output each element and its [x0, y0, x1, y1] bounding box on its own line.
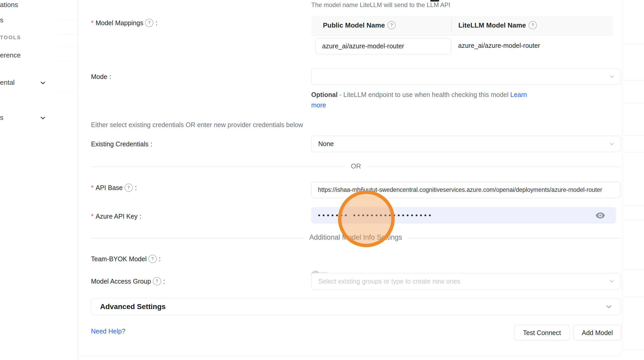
azure-api-key-field: [311, 207, 616, 224]
advanced-settings-toggle[interactable]: Advanced Settings: [91, 298, 620, 315]
model-mappings-table-header: Public Model Name ? LiteLLM Model Name ?: [311, 16, 613, 35]
public-model-name-field: [316, 38, 451, 54]
team-byok-label: Team-BYOK Model ? :: [91, 255, 161, 263]
or-divider-text: OR: [345, 162, 367, 170]
chevron-down-icon: [609, 74, 615, 80]
public-model-name-header: Public Model Name ?: [323, 16, 396, 35]
existing-credentials-select[interactable]: None: [311, 136, 620, 152]
required-mark: *: [91, 213, 94, 220]
chevron-down-icon: [609, 278, 615, 284]
mode-label: Mode :: [91, 73, 111, 81]
existing-credentials-label: Existing Credentials :: [91, 140, 152, 148]
additional-divider-line-right: [408, 238, 620, 239]
sidebar-item-s1[interactable]: s: [0, 16, 3, 24]
chevron-down-icon: [40, 80, 46, 88]
help-icon[interactable]: ?: [387, 21, 396, 29]
model-name-hint: The model name LiteLLM will send to the …: [311, 1, 450, 9]
help-icon[interactable]: ?: [148, 255, 157, 263]
model-access-group-select[interactable]: Select existing groups or type to create…: [311, 273, 620, 290]
eye-icon[interactable]: [595, 212, 606, 219]
test-connect-button[interactable]: Test Connect: [514, 325, 570, 341]
sidebar-item-label: erence: [0, 51, 21, 59]
sidebar-item-s2[interactable]: s: [0, 114, 3, 122]
sidebar-item-label: s: [0, 16, 3, 24]
sidebar-item-label: ations: [0, 1, 18, 9]
mode-select[interactable]: [311, 68, 620, 85]
learn-more-link[interactable]: Learn: [510, 91, 527, 98]
chevron-down-icon: [605, 303, 613, 311]
azure-api-key-label: * Azure API Key :: [91, 213, 141, 220]
help-icon[interactable]: ?: [145, 19, 153, 27]
required-mark: *: [91, 184, 94, 192]
additional-divider-line-left: [91, 238, 304, 239]
additional-divider-text: Additional Model Info Settings: [304, 233, 408, 241]
sidebar-item-label: s: [0, 114, 3, 122]
sidebar-item-erence[interactable]: erence: [0, 51, 21, 59]
credentials-hint: Either select existing credentials OR en…: [91, 121, 303, 129]
sidebar-item-ental[interactable]: ental: [0, 78, 15, 87]
learn-more-link[interactable]: more: [311, 101, 326, 109]
help-icon[interactable]: ?: [125, 184, 133, 192]
or-divider-line-left: [91, 166, 345, 167]
help-icon[interactable]: ?: [529, 21, 537, 29]
mode-help-text: Optional - LiteLLM endpoint to use when …: [311, 89, 545, 110]
model-access-group-label: Model Access Group ? :: [91, 277, 165, 285]
model-mappings-label: * Model Mappings ? :: [91, 19, 157, 27]
litellm-model-name-value: azure_ai/azure-model-router: [458, 42, 540, 49]
chevron-down-icon: [609, 141, 615, 147]
help-icon[interactable]: ?: [153, 277, 161, 285]
chevron-down-icon: [40, 115, 46, 123]
sidebar-divider: [78, 0, 78, 360]
advanced-settings-label: Advanced Settings: [100, 303, 166, 311]
need-help-link[interactable]: Need Help?: [91, 328, 125, 335]
litellm-model-name-header: LiteLLM Model Name ?: [458, 16, 537, 35]
add-model-button[interactable]: Add Model: [574, 325, 621, 341]
api-base-field: [311, 182, 620, 198]
api-base-label: * API Base ? :: [91, 184, 137, 192]
header-column-divider: [451, 19, 452, 32]
public-model-name-input[interactable]: [316, 42, 451, 50]
api-base-input[interactable]: [311, 186, 620, 193]
sidebar-item-ations[interactable]: ations: [0, 1, 18, 9]
model-access-group-placeholder: Select existing groups or type to create…: [318, 278, 460, 285]
azure-api-key-input[interactable]: [311, 211, 500, 219]
sidebar-item-label: ental: [0, 78, 15, 87]
sidebar-section-tools: TOOLS: [0, 35, 21, 41]
existing-credentials-value: None: [318, 140, 334, 148]
required-mark: *: [91, 19, 94, 27]
or-divider-line-right: [367, 166, 620, 167]
